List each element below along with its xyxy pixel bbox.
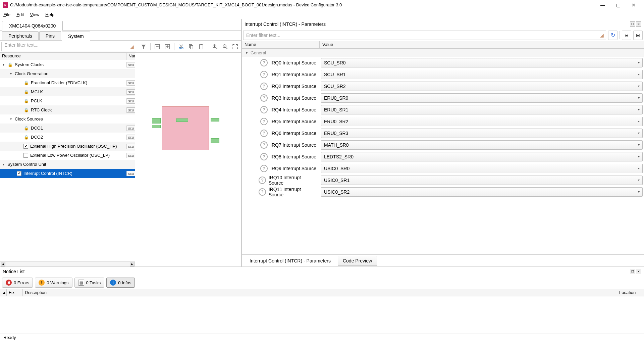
help-icon[interactable]: ? <box>260 83 268 90</box>
errors-button[interactable]: ✖0 Errors <box>2 278 33 288</box>
zoom-out-icon[interactable] <box>221 43 229 51</box>
tree-row-osc-hp[interactable]: External High Precision Oscillator (OSC_… <box>0 142 135 151</box>
tree-row-pclk[interactable]: 🔒PCLK scu <box>0 96 135 105</box>
checkbox[interactable] <box>23 144 28 149</box>
param-value-combo[interactable]: ERU0_SR2 <box>321 117 643 126</box>
param-value-combo[interactable]: SCU_SR0 <box>321 58 643 67</box>
maximize-button[interactable]: ▢ <box>610 0 626 10</box>
tab-pins[interactable]: Pins <box>39 31 61 40</box>
tree-row-clock-sources[interactable]: ▾Clock Sources <box>0 114 135 124</box>
tree-row-system-clocks[interactable]: ▾🔒System Clocks scu <box>0 60 135 69</box>
param-value-combo[interactable]: SCU_SR1 <box>321 70 643 79</box>
tree-body[interactable]: ▾🔒System Clocks scu ▾Clock Generation 🔒F… <box>0 60 135 261</box>
tab-code-preview[interactable]: Code Preview <box>338 256 377 266</box>
tree-row-scu[interactable]: ▾System Control Unit <box>0 160 135 169</box>
menu-help[interactable]: Help <box>45 12 54 17</box>
tab-peripherals[interactable]: Peripherals <box>2 31 39 40</box>
param-body[interactable]: ▾ General ?IRQ0 Interrupt SourceSCU_SR0?… <box>242 49 644 254</box>
left-filter-text[interactable] <box>4 42 126 48</box>
header-location[interactable]: Location <box>617 289 644 296</box>
close-panel-icon[interactable]: ✕ <box>636 269 641 274</box>
header-description[interactable]: Description <box>23 289 617 296</box>
tree-row-rtc[interactable]: 🔒RTC Clock scu <box>0 105 135 114</box>
tab-system[interactable]: System <box>62 32 90 41</box>
chevron-down-icon[interactable]: ▾ <box>1 63 5 66</box>
help-icon[interactable]: ? <box>260 118 268 125</box>
clock-diagram[interactable] <box>135 53 241 266</box>
help-icon[interactable]: ? <box>260 130 268 137</box>
help-icon[interactable]: ? <box>260 59 268 66</box>
menu-edit[interactable]: Edit <box>16 12 24 17</box>
device-tab[interactable]: XMC1404-Q064x0200 <box>2 21 63 31</box>
param-value-combo[interactable]: SCU_SR2 <box>321 82 643 91</box>
header-name[interactable]: Nam <box>126 53 135 60</box>
param-filter-text[interactable] <box>246 31 596 40</box>
chevron-down-icon[interactable]: ▾ <box>1 162 5 166</box>
header-fix[interactable]: Fix <box>7 289 23 296</box>
checkbox[interactable] <box>23 153 28 158</box>
tree-hscroll[interactable]: ◄ ► <box>0 261 135 266</box>
scroll-right-icon[interactable]: ► <box>130 262 135 266</box>
help-icon[interactable]: ? <box>259 188 266 196</box>
tree-row-osc-lp[interactable]: External Low Power Oscillator (OSC_LP) s… <box>0 151 135 160</box>
notice-body[interactable] <box>0 296 644 334</box>
infos-button[interactable]: i0 Infos <box>106 278 135 288</box>
header-sort[interactable]: ▲ <box>0 289 7 296</box>
help-icon[interactable]: ? <box>260 71 268 78</box>
param-value-combo[interactable]: ERU0_SR1 <box>321 105 643 114</box>
tree-row-intcr[interactable]: Interrupt Control (INTCR) scu <box>0 169 135 178</box>
eraser-icon[interactable]: ◢ <box>130 44 134 49</box>
tab-parameters[interactable]: Interrupt Control (INTCR) - Parameters <box>245 256 336 266</box>
left-filter-input[interactable]: ◢ <box>1 42 136 51</box>
help-icon[interactable]: ? <box>260 153 268 160</box>
minimize-button[interactable]: — <box>595 0 610 10</box>
filter-icon[interactable] <box>140 43 148 51</box>
param-value-combo[interactable]: USIC0_SR2 <box>321 187 643 197</box>
param-value-combo[interactable]: LEDTS2_SR0 <box>321 152 643 161</box>
scroll-left-icon[interactable]: ◄ <box>1 262 5 266</box>
expand-all-icon[interactable]: ⊞ <box>633 31 643 40</box>
tree-row-dco1[interactable]: 🔒DCO1 scu <box>0 124 135 133</box>
zoom-fit-icon[interactable] <box>231 43 239 51</box>
param-group-general[interactable]: ▾ General <box>242 49 644 57</box>
param-value-combo[interactable]: USIC0_SR1 <box>321 176 643 185</box>
help-icon[interactable]: ? <box>260 106 268 113</box>
tree-row-clock-generation[interactable]: ▾Clock Generation <box>0 69 135 78</box>
param-value-combo[interactable]: ERU0_SR3 <box>321 129 643 138</box>
close-button[interactable]: ✕ <box>626 0 641 10</box>
param-value-combo[interactable]: USIC0_SR0 <box>321 164 643 173</box>
restore-icon[interactable]: ❐ <box>630 269 635 274</box>
restore-icon[interactable]: ❐ <box>630 21 635 27</box>
paste-icon[interactable] <box>197 43 205 51</box>
chevron-down-icon[interactable]: ▾ <box>9 117 13 121</box>
cut-icon[interactable] <box>177 43 185 51</box>
refresh-icon[interactable]: ↻ <box>608 31 618 40</box>
help-icon[interactable]: ? <box>260 94 268 102</box>
tree-row-dco2[interactable]: 🔒DCO2 scu <box>0 133 135 142</box>
eraser-icon[interactable]: ◢ <box>600 33 604 38</box>
help-icon[interactable]: ? <box>260 165 268 172</box>
chevron-down-icon[interactable]: ▾ <box>245 51 249 55</box>
tree-row-mclk[interactable]: 🔒MCLK scu <box>0 87 135 96</box>
expand-all-icon[interactable] <box>163 43 171 51</box>
param-value-combo[interactable]: MATH_SR0 <box>321 140 643 150</box>
close-panel-icon[interactable]: ✕ <box>636 21 641 27</box>
chevron-down-icon[interactable]: ▾ <box>9 72 13 76</box>
collapse-all-icon[interactable] <box>153 43 161 51</box>
copy-icon[interactable] <box>187 43 195 51</box>
menu-file[interactable]: File <box>3 12 10 17</box>
help-icon[interactable]: ? <box>260 141 268 149</box>
collapse-all-icon[interactable]: ⊟ <box>622 31 631 40</box>
header-value[interactable]: Value <box>320 41 644 48</box>
menu-view[interactable]: View <box>30 12 39 17</box>
warnings-button[interactable]: !0 Warnings <box>35 278 72 288</box>
param-filter-input[interactable]: ◢ <box>243 31 606 40</box>
param-value-combo[interactable]: ERU0_SR0 <box>321 93 643 103</box>
tree-row-fdivclk[interactable]: 🔒Fractional Divider (FDIVCLK) scu <box>0 78 135 87</box>
checkbox[interactable] <box>17 171 21 176</box>
help-icon[interactable]: ? <box>259 177 266 184</box>
zoom-in-icon[interactable] <box>211 43 219 51</box>
header-resource[interactable]: Resource <box>0 53 126 60</box>
tasks-button[interactable]: ▤0 Tasks <box>74 278 105 288</box>
header-name[interactable]: Name <box>242 41 320 48</box>
